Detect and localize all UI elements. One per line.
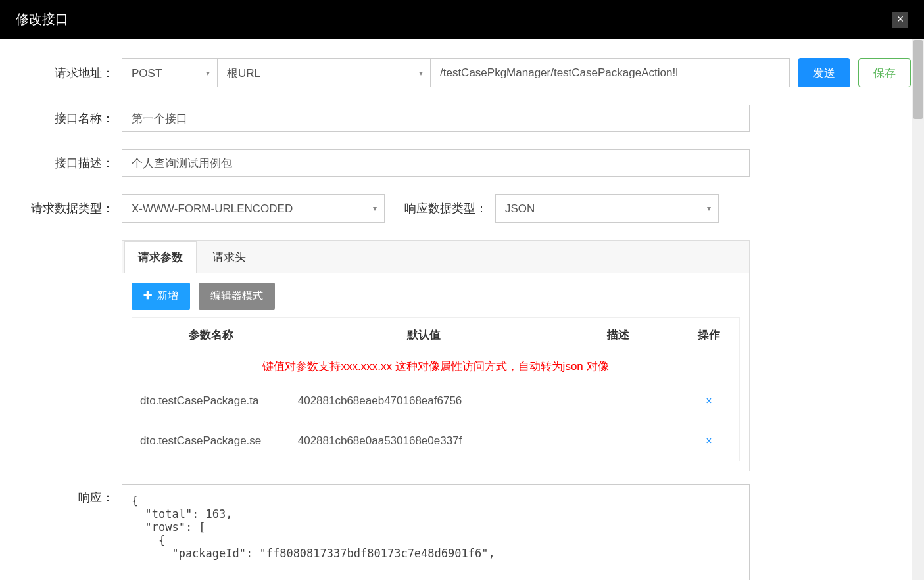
response-row: 响应： { "total": 163, "rows": [ { "package…: [13, 484, 911, 580]
request-data-type-wrap: X-WWW-FORM-URLENCODED ▾: [122, 194, 385, 223]
tab-request-params[interactable]: 请求参数: [124, 241, 197, 273]
save-button[interactable]: 保存: [858, 58, 911, 87]
hint-text: 键值对参数支持xxx.xxx.xx 这种对像属性访问方式，自动转为json 对像: [132, 352, 740, 381]
modal-body: 请求地址： POST ▾ 根URL ▾ 发送 保存 接口名称： 接口描述：: [0, 39, 924, 580]
close-button[interactable]: ×: [892, 12, 908, 28]
tab-container: 请求参数 请求头 ✚ 新增 编辑器模式 参数名称 默认值 描述 操作: [122, 240, 750, 471]
response-data-type-select[interactable]: JSON: [495, 194, 719, 223]
param-name-input[interactable]: [137, 388, 285, 414]
scrollbar-thumb[interactable]: [913, 40, 923, 119]
add-param-button[interactable]: ✚ 新增: [132, 283, 190, 310]
request-data-type-label: 请求数据类型：: [13, 200, 122, 216]
table-row: ×: [132, 421, 740, 461]
table-row: ×: [132, 381, 740, 421]
th-action: 操作: [679, 318, 739, 352]
tab-nav: 请求参数 请求头: [122, 241, 749, 273]
request-data-type-select[interactable]: X-WWW-FORM-URLENCODED: [122, 194, 385, 223]
action-buttons: ✚ 新增 编辑器模式: [132, 283, 740, 310]
param-table-body: × ×: [132, 381, 740, 461]
api-desc-input[interactable]: [122, 149, 750, 177]
api-name-row: 接口名称：: [13, 105, 911, 132]
response-label: 响应：: [13, 484, 122, 505]
method-select[interactable]: POST: [122, 58, 218, 87]
data-type-controls: X-WWW-FORM-URLENCODED ▾ 响应数据类型： JSON ▾: [122, 194, 911, 223]
param-value-input[interactable]: [295, 428, 552, 454]
url-path-input[interactable]: [430, 58, 790, 87]
plus-icon: ✚: [143, 290, 152, 301]
param-name-input[interactable]: [137, 428, 285, 454]
tab-content: ✚ 新增 编辑器模式 参数名称 默认值 描述 操作 键值对参数支持xxx.xxx…: [122, 273, 749, 471]
api-name-input[interactable]: [122, 105, 750, 132]
request-url-label: 请求地址：: [13, 65, 122, 81]
tab-request-headers[interactable]: 请求头: [199, 241, 260, 273]
api-desc-row: 接口描述：: [13, 149, 911, 177]
scrollbar[interactable]: [912, 39, 924, 580]
param-value-input[interactable]: [295, 388, 552, 414]
editor-mode-button[interactable]: 编辑器模式: [199, 283, 275, 310]
th-description: 描述: [557, 318, 679, 352]
modal-title: 修改接口: [16, 11, 68, 28]
response-data-type-label: 响应数据类型：: [404, 200, 495, 216]
add-label: 新增: [157, 290, 178, 301]
th-param-name: 参数名称: [132, 318, 290, 352]
data-type-row: 请求数据类型： X-WWW-FORM-URLENCODED ▾ 响应数据类型： …: [13, 194, 911, 223]
response-data-type-wrap: JSON ▾: [495, 194, 719, 223]
response-textarea[interactable]: { "total": 163, "rows": [ { "packageId":…: [122, 484, 750, 580]
root-url-select[interactable]: 根URL: [217, 58, 431, 87]
root-url-select-wrap: 根URL ▾: [218, 58, 431, 87]
th-default-value: 默认值: [290, 318, 558, 352]
modal-header: 修改接口 ×: [0, 0, 924, 39]
method-select-wrap: POST ▾: [122, 58, 218, 87]
api-name-label: 接口名称：: [13, 110, 122, 126]
param-desc-input[interactable]: [562, 388, 673, 414]
close-icon: ×: [897, 12, 904, 26]
param-table-head: 参数名称 默认值 描述 操作 键值对参数支持xxx.xxx.xx 这种对像属性访…: [132, 318, 740, 381]
send-button[interactable]: 发送: [798, 58, 850, 87]
param-desc-input[interactable]: [562, 428, 673, 454]
delete-row-button[interactable]: ×: [684, 395, 734, 407]
url-controls: POST ▾ 根URL ▾: [122, 58, 790, 87]
request-url-row: 请求地址： POST ▾ 根URL ▾ 发送 保存: [13, 58, 911, 87]
api-desc-label: 接口描述：: [13, 155, 122, 171]
param-table: 参数名称 默认值 描述 操作 键值对参数支持xxx.xxx.xx 这种对像属性访…: [132, 317, 740, 461]
delete-row-button[interactable]: ×: [684, 435, 734, 447]
